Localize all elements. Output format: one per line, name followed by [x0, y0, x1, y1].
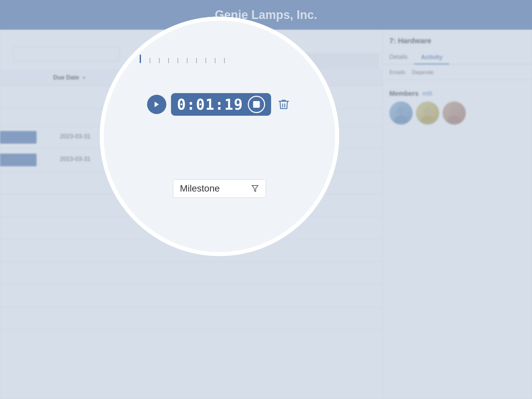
- table-row-empty-9: [0, 307, 382, 330]
- trash-icon: [278, 98, 290, 111]
- spotlight-circle: 0:01:19 Milestone: [100, 17, 339, 256]
- inner-tick-4: [178, 58, 178, 63]
- avatar-3-image: [444, 103, 464, 123]
- milestone-filter-widget[interactable]: Milestone: [173, 179, 266, 198]
- timer-delete-button[interactable]: [276, 96, 292, 112]
- svg-marker-7: [252, 186, 258, 192]
- svg-point-0: [397, 107, 405, 115]
- table-row-empty-8: [0, 285, 382, 307]
- right-panel-bg: 7: Hardware Details Activity Emails Depe…: [382, 30, 532, 399]
- table-row-empty-7: [0, 262, 382, 285]
- avatar-1-image: [391, 103, 411, 123]
- row-2-date: 2023-03-31: [60, 156, 90, 163]
- inner-tick-2: [159, 58, 160, 63]
- milestone-filter-label: Milestone: [180, 183, 220, 194]
- tab-details[interactable]: Details: [383, 54, 414, 64]
- members-edit-link[interactable]: edit: [423, 90, 432, 97]
- svg-point-2: [424, 107, 432, 115]
- subtab-depends[interactable]: Depende: [412, 69, 434, 75]
- inner-tick-3: [168, 58, 169, 63]
- svg-point-1: [394, 116, 408, 123]
- panel-tabs: Details Activity: [383, 50, 532, 65]
- svg-point-5: [448, 116, 461, 123]
- inner-tick-9: [224, 58, 225, 63]
- inner-tick-1: [150, 58, 150, 63]
- avatar-3: [443, 101, 466, 125]
- avatar-1: [389, 101, 413, 125]
- tab-activity-label: Activity: [421, 54, 443, 61]
- play-icon: [153, 101, 160, 108]
- svg-point-4: [450, 107, 458, 115]
- members-section: Members edit: [389, 90, 432, 97]
- due-date-col-header: Due Date: [53, 74, 79, 81]
- search-box-bg: [13, 47, 120, 61]
- tab-activity[interactable]: Activity: [414, 54, 449, 65]
- row-2-indicator: [0, 154, 37, 166]
- inner-tick-5: [187, 58, 188, 63]
- funnel-icon: [251, 185, 259, 193]
- avatar-2: [416, 101, 439, 125]
- app-header: Genie Lamps, Inc.: [0, 0, 532, 30]
- inner-major-tick: [140, 55, 141, 63]
- svg-marker-6: [155, 102, 159, 107]
- avatar-2-image: [418, 103, 438, 123]
- members-label: Members: [389, 90, 419, 97]
- svg-point-3: [421, 116, 434, 123]
- row-1-date: 2023-03-31: [60, 133, 90, 140]
- timer-play-button[interactable]: [147, 95, 166, 114]
- inner-tick-6: [196, 58, 197, 63]
- filter-funnel-icon: ▼: [82, 75, 86, 80]
- timer-row: 0:01:19: [147, 93, 292, 116]
- panel-subtabs: Emails Depende: [383, 65, 532, 80]
- inner-tick-8: [215, 58, 215, 63]
- timer-time-display: 0:01:19: [177, 96, 243, 113]
- stop-icon: [253, 101, 260, 108]
- timer-stop-button[interactable]: [248, 96, 265, 113]
- row-1-indicator: [0, 131, 37, 144]
- tab-details-label: Details: [389, 54, 408, 60]
- milestone-filter-icon: [251, 185, 259, 193]
- avatars-row: [389, 101, 466, 125]
- inner-timeline-ruler: [140, 50, 299, 63]
- timer-display: 0:01:19: [171, 93, 271, 116]
- panel-title: 7: Hardware: [389, 37, 431, 45]
- spotlight-content: 0:01:19 Milestone: [100, 17, 339, 256]
- subtab-emails[interactable]: Emails: [389, 69, 405, 75]
- inner-tick-7: [205, 58, 206, 63]
